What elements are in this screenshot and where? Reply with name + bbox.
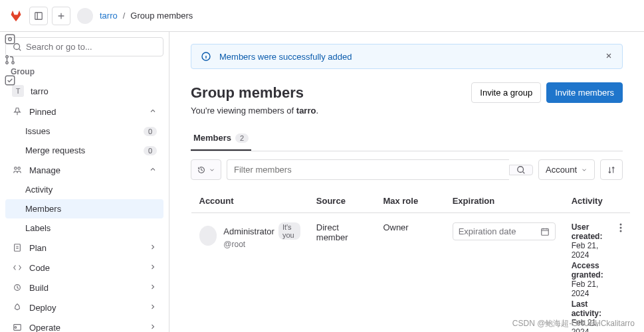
svg-rect-26 <box>5 76 15 85</box>
member-username: @root <box>223 240 300 249</box>
kebab-icon <box>619 222 622 233</box>
source-cell: Direct member <box>308 213 376 333</box>
svg-point-12 <box>518 166 524 172</box>
nav-merge-requests[interactable]: Merge requests 0 <box>5 141 163 160</box>
members-table: Account Source Max role Expiration Activ… <box>191 189 631 332</box>
sort-icon <box>607 165 616 175</box>
chevron-right-icon <box>149 303 157 313</box>
role-text: Owner <box>383 222 408 232</box>
nav-plan[interactable]: Plan <box>5 238 163 258</box>
chevron-right-icon <box>149 283 157 293</box>
alert-text: Members were successfully added <box>219 52 352 62</box>
tabs: Members 2 <box>191 126 623 151</box>
svg-rect-0 <box>35 12 43 19</box>
sidebar-toggle-button[interactable] <box>29 7 48 25</box>
project-name: tarro <box>31 86 49 96</box>
main-content: Members were successfully added Group me… <box>169 32 644 332</box>
svg-point-14 <box>619 224 621 226</box>
invite-members-button[interactable]: Invite members <box>546 82 623 103</box>
top-bar: tarro / Group members <box>0 0 644 32</box>
code-icon <box>12 262 23 273</box>
member-name[interactable]: Administrator <box>223 226 274 236</box>
crumb-separator: / <box>123 11 126 21</box>
chevron-right-icon <box>149 323 157 333</box>
plan-icon <box>12 242 23 253</box>
avatar <box>199 226 217 246</box>
crumb-current: Group members <box>130 11 193 21</box>
svg-point-25 <box>12 62 14 64</box>
nav-build[interactable]: Build <box>5 278 163 297</box>
filter-members-input[interactable] <box>227 159 509 180</box>
svg-point-24 <box>6 62 8 64</box>
col-account: Account <box>191 189 308 213</box>
invite-group-button[interactable]: Invite a group <box>471 82 541 103</box>
nav-pinned[interactable]: Pinned <box>5 102 163 122</box>
svg-point-3 <box>18 167 21 170</box>
merge-count: 0 <box>144 146 157 155</box>
table-row: Administrator It's you @root Direct memb… <box>191 213 631 333</box>
chevron-down-icon <box>209 167 215 173</box>
info-icon <box>201 51 211 62</box>
col-activity: Activity <box>564 189 611 213</box>
operate-icon <box>12 322 23 332</box>
tab-members[interactable]: Members 2 <box>191 126 251 151</box>
chevron-right-icon <box>149 263 157 273</box>
gitlab-logo-icon[interactable] <box>8 8 24 24</box>
history-icon <box>197 165 206 175</box>
history-button[interactable] <box>191 159 221 180</box>
nav-activity[interactable]: Activity <box>5 180 163 199</box>
issues-icon[interactable] <box>4 33 16 47</box>
current-user-avatar[interactable] <box>77 8 93 24</box>
page-title: Group members <box>191 84 304 102</box>
calendar-icon <box>540 227 550 236</box>
expiration-input[interactable]: Expiration date <box>453 222 556 240</box>
tab-members-count: 2 <box>235 133 249 143</box>
plus-button[interactable] <box>52 7 70 25</box>
svg-point-7 <box>15 327 17 329</box>
col-source: Source <box>308 189 376 213</box>
svg-point-2 <box>15 167 17 170</box>
svg-rect-13 <box>541 228 548 235</box>
nav-issues[interactable]: Issues 0 <box>5 122 163 141</box>
account-dropdown[interactable]: Account <box>538 159 595 180</box>
deploy-icon <box>12 302 23 313</box>
search-input[interactable]: Search or go to... <box>5 37 163 56</box>
todos-icon[interactable] <box>4 74 16 88</box>
pin-icon <box>12 106 23 117</box>
sidebar: Search or go to... Group T tarro Pinned … <box>0 32 169 332</box>
nav-code[interactable]: Code <box>5 258 163 278</box>
sort-direction-button[interactable] <box>600 159 623 180</box>
nav-manage[interactable]: Manage <box>5 160 163 180</box>
its-you-badge: It's you <box>278 222 300 240</box>
chevron-down-icon <box>581 167 588 173</box>
svg-point-15 <box>619 227 621 229</box>
close-icon <box>605 52 613 60</box>
success-alert: Members were successfully added <box>191 44 623 69</box>
chevron-right-icon <box>149 243 157 253</box>
build-icon <box>12 282 23 293</box>
issues-count: 0 <box>144 127 157 136</box>
group-section-label: Group <box>5 64 163 79</box>
nav-labels[interactable]: Labels <box>5 218 163 238</box>
nav-operate[interactable]: Operate <box>5 317 163 332</box>
crumb-project[interactable]: tarro <box>100 11 118 21</box>
search-button[interactable] <box>509 165 533 175</box>
row-actions-button[interactable] <box>611 213 631 333</box>
svg-point-22 <box>9 38 12 41</box>
manage-icon <box>12 165 23 175</box>
svg-rect-4 <box>15 244 21 252</box>
merge-requests-icon[interactable] <box>4 54 16 68</box>
nav-deploy[interactable]: Deploy <box>5 297 163 317</box>
subtitle: You're viewing members of tarro. <box>191 106 623 116</box>
search-icon <box>516 165 526 175</box>
nav-members[interactable]: Members <box>5 199 163 218</box>
chevron-up-icon <box>149 165 157 175</box>
breadcrumb: tarro / Group members <box>100 11 193 21</box>
svg-rect-21 <box>5 35 15 44</box>
project-link[interactable]: T tarro <box>5 80 163 102</box>
chevron-up-icon <box>149 107 157 117</box>
close-alert-button[interactable] <box>605 52 613 62</box>
svg-point-16 <box>619 230 621 232</box>
watermark: CSDN @鲍海超-GNUBHCkalitarro <box>512 318 635 329</box>
col-expiration: Expiration <box>445 189 564 213</box>
